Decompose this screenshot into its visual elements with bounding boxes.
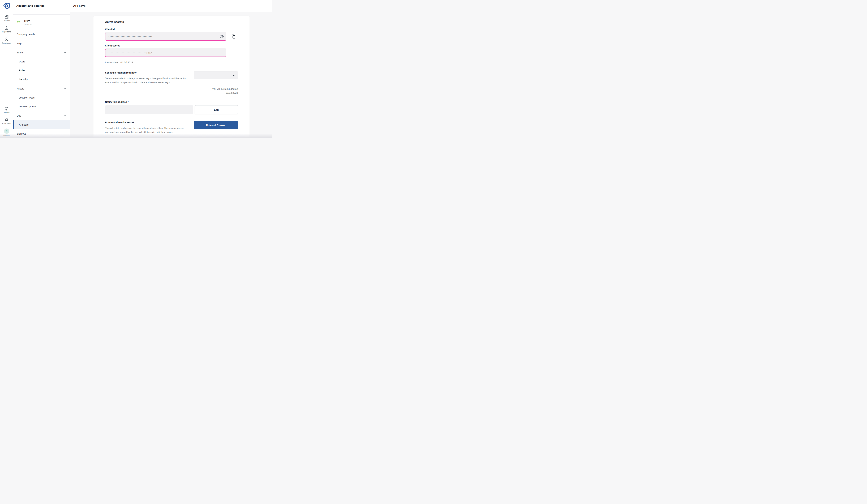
reminder-section: Schedule rotation reminder Set up a remi… <box>105 71 238 84</box>
chevron-down-icon <box>233 74 235 77</box>
rail-item-label: Locations <box>3 20 10 22</box>
eye-icon <box>220 35 224 38</box>
copy-icon <box>232 34 235 39</box>
rail-item-label: Support <box>3 111 10 114</box>
reveal-client-id-button[interactable] <box>220 35 224 38</box>
client-secret-label: Client secret <box>105 44 238 47</box>
left-nav-rail: Locations Inspections <box>0 0 13 138</box>
copy-client-id-button[interactable] <box>232 34 235 39</box>
sidebar-item-company-details[interactable]: Company details <box>13 30 70 39</box>
edit-button[interactable]: Edit <box>195 105 238 114</box>
sidebar-item-dev[interactable]: Dev <box>13 111 70 120</box>
app-logo[interactable] <box>3 2 10 10</box>
sidebar-item-label: Tags <box>17 42 22 45</box>
sidebar-item-roles[interactable]: Roles <box>13 66 70 75</box>
sidebar-item-label: Roles <box>19 69 25 72</box>
rail-item-compliance[interactable]: Compliance <box>0 37 13 44</box>
notify-address-label: Notify this address * <box>105 100 238 103</box>
client-id-label: Client id <box>105 28 238 31</box>
sidebar-item-label: Users <box>19 60 25 63</box>
company-badge: TR <box>17 21 20 24</box>
sidebar-item-label: Company details <box>17 33 35 36</box>
rail-bottom: Support Notifications TI Account <box>0 104 13 138</box>
notify-label-text: Notify this address <box>105 100 127 103</box>
reminder-heading: Schedule rotation reminder <box>105 71 192 74</box>
sidebar-item-location-groups[interactable]: Location groups <box>13 102 70 111</box>
sidebar-item-label: Team <box>17 51 23 54</box>
client-id-field-wrap <box>105 33 226 41</box>
rail-item-label: Compliance <box>2 42 11 44</box>
settings-sidebar: Account and settings TR Tray COMPANY Com… <box>13 0 70 138</box>
logo-area <box>0 0 13 12</box>
sidebar-item-location-types[interactable]: Location types <box>13 93 70 102</box>
account-avatar: TI <box>4 129 9 134</box>
reminder-date-note: You will be reminded on 31/12/2023 <box>105 87 238 95</box>
chevron-up-icon <box>64 115 66 117</box>
card-heading: Active secrets <box>105 20 238 24</box>
active-secrets-card: Active secrets Client id <box>94 15 249 138</box>
section-divider <box>105 68 238 68</box>
reminder-note-line: You will be reminded on <box>105 87 238 91</box>
sidebar-item-tags[interactable]: Tags <box>13 39 70 48</box>
last-updated-text: Last updated: 04 Jul 2023 <box>105 61 238 64</box>
sidebar-item-api-keys[interactable]: API keys <box>13 120 70 129</box>
sidebar-item-label: API keys <box>19 123 29 126</box>
notifications-icon <box>4 118 9 122</box>
compliance-icon <box>4 37 9 41</box>
main-area: API keys Active secrets Client id <box>70 0 272 138</box>
page-header: API keys <box>70 0 272 12</box>
rail-nav: Locations Inspections <box>0 12 13 44</box>
sidebar-item-team[interactable]: Team <box>13 48 70 57</box>
rail-item-label: Inspections <box>2 31 11 33</box>
sidebar-item-label: Assets <box>17 87 24 90</box>
sidebar-item-users[interactable]: Users <box>13 57 70 66</box>
rotate-section: Rotate and revoke secret This will rotat… <box>105 121 238 134</box>
rotate-revoke-button[interactable]: Rotate & Revoke <box>194 121 238 129</box>
reminder-description: Set up a reminder to rotate your secret … <box>105 76 192 84</box>
company-name: Tray <box>24 19 34 23</box>
locations-icon <box>4 15 9 19</box>
client-id-input[interactable] <box>105 33 226 41</box>
notify-row: Edit <box>105 105 238 114</box>
rail-item-locations[interactable]: Locations <box>0 15 13 22</box>
sidebar-item-label: Dev <box>17 114 21 117</box>
client-secret-field-wrap <box>105 49 226 57</box>
sidebar-header: Account and settings <box>13 0 70 12</box>
sidebar-item-label: Location types <box>19 96 34 99</box>
sidebar-item-assets[interactable]: Assets <box>13 84 70 93</box>
reminder-select-value <box>194 74 196 77</box>
bottom-fade-overlay <box>0 133 272 138</box>
chevron-up-icon <box>64 51 66 54</box>
app-window: Locations Inspections <box>0 0 272 138</box>
reminder-select[interactable] <box>194 71 238 79</box>
support-icon <box>4 107 9 111</box>
notify-address-input[interactable] <box>105 105 193 114</box>
client-secret-input[interactable] <box>105 49 226 57</box>
rail-item-inspections[interactable]: Inspections <box>0 26 13 33</box>
page-title: API keys <box>73 4 85 8</box>
rotate-description: This will rotate and revoke the currentl… <box>105 126 189 134</box>
reminder-date: 31/12/2023 <box>105 91 238 95</box>
rail-item-notifications[interactable]: Notifications <box>0 118 13 124</box>
rail-item-support[interactable]: Support <box>0 107 13 114</box>
company-switcher[interactable]: TR Tray COMPANY <box>13 14 70 30</box>
sidebar-item-label: Location groups <box>19 105 36 108</box>
inspections-icon <box>4 26 9 30</box>
chevron-up-icon <box>64 87 66 90</box>
rail-item-label: Notifications <box>2 122 11 124</box>
content-area: Active secrets Client id <box>70 12 272 138</box>
sidebar-item-label: Security <box>19 78 28 81</box>
sidebar-title: Account and settings <box>16 4 45 8</box>
sidebar-item-security[interactable]: Security <box>13 75 70 84</box>
rotate-heading: Rotate and revoke secret <box>105 121 189 124</box>
sidebar-scroll-strip <box>13 12 70 14</box>
required-asterisk: * <box>128 100 128 103</box>
company-type: COMPANY <box>24 23 34 25</box>
